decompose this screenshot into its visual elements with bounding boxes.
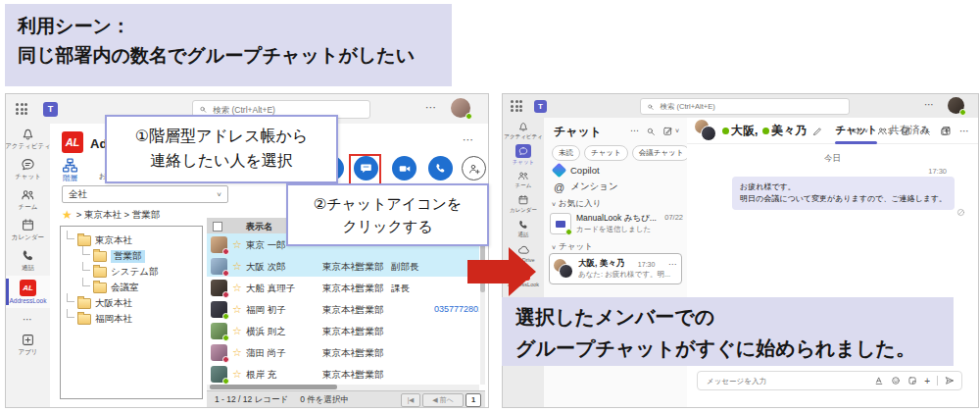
- favorite-star-icon[interactable]: ☆: [232, 303, 242, 316]
- conversation-name2: 美々乃: [771, 123, 807, 139]
- select-all-checkbox[interactable]: [213, 222, 222, 232]
- search-box[interactable]: [640, 98, 850, 115]
- sticker-icon[interactable]: [907, 376, 917, 386]
- search-icon[interactable]: [646, 127, 656, 136]
- column-header-name[interactable]: 表示名: [246, 221, 272, 233]
- favorites-section-header[interactable]: ˅ お気に入り: [552, 198, 601, 210]
- favorite-star-icon[interactable]: ☆: [232, 260, 242, 273]
- attach-plus-icon[interactable]: +: [924, 376, 930, 386]
- rail-item-calendar[interactable]: カレンダー: [503, 191, 544, 216]
- conversation-more-icon[interactable]: ⋯: [959, 126, 970, 136]
- rail-item-teams[interactable]: チーム: [6, 184, 50, 215]
- person-phone[interactable]: 0357772801: [434, 304, 479, 314]
- search-input[interactable]: [211, 104, 364, 116]
- prev-page-button[interactable]: ◀前へ: [422, 393, 464, 407]
- rail-item-calls[interactable]: 通話: [6, 245, 50, 276]
- tree-item-fukuoka-hq[interactable]: 福岡本社: [67, 311, 202, 327]
- composer-input[interactable]: [705, 376, 874, 386]
- rail-item-chat[interactable]: チャット: [503, 142, 544, 167]
- rail-label: 通話: [22, 264, 34, 273]
- rename-pencil-icon[interactable]: [812, 126, 823, 136]
- waffle-icon[interactable]: [16, 103, 27, 115]
- video-call-button[interactable]: [392, 156, 416, 180]
- message-composer[interactable]: +: [697, 371, 962, 390]
- send-icon[interactable]: [945, 376, 955, 386]
- rail-item-activity[interactable]: アクティビティ: [6, 124, 50, 154]
- table-row-osaka-jiro[interactable]: ☆ 大阪 次郎 東京本社 営業部 副部長: [207, 255, 479, 278]
- voice-call-button[interactable]: [428, 156, 453, 180]
- sent-indicator-icon: [956, 208, 965, 217]
- rail-label: アクティビティ: [5, 142, 51, 151]
- chat-list-more-icon[interactable]: ⋯: [630, 126, 640, 135]
- chats-section-header[interactable]: ˅ チャット: [552, 241, 593, 253]
- chat-preview: カードを送信しました: [576, 225, 683, 234]
- new-chat-button[interactable]: ˅: [662, 126, 679, 136]
- favorite-star-icon[interactable]: ☆: [232, 346, 242, 359]
- chevron-down-icon: ˅: [675, 128, 679, 134]
- app-more-icon[interactable]: ⋯: [463, 133, 474, 146]
- bell-icon: [517, 121, 529, 132]
- rail-item-chat[interactable]: チャット: [6, 154, 50, 184]
- chat-item-group-selected[interactable]: 大阪, 美々乃17:30⋯ あなた: お疲れ様です。明...: [549, 253, 682, 284]
- table-row-negishi-mitsuru[interactable]: ☆ 根岸 充 東京本社 営業部: [207, 363, 479, 386]
- table-row-fukuoka-hatsuko[interactable]: ☆ 福岡 初子 東京本社 営業部 0357772801: [207, 298, 479, 321]
- group-avatar[interactable]: [695, 120, 716, 141]
- tree-label: システム部: [111, 266, 158, 279]
- rail-item-teams[interactable]: チーム: [503, 167, 544, 191]
- rail-item-calls[interactable]: 通話: [503, 216, 544, 240]
- participants-button[interactable]: 3: [877, 126, 892, 136]
- emoji-icon[interactable]: [891, 376, 901, 386]
- favorite-star-icon[interactable]: ☆: [232, 368, 242, 381]
- hierarchy-icon: [62, 157, 78, 174]
- folder-icon: [93, 267, 107, 278]
- user-avatar[interactable]: [451, 98, 470, 118]
- person-dept: 営業部: [356, 261, 384, 274]
- topbar-more-icon[interactable]: ⋯: [425, 101, 437, 114]
- rail-item-activity[interactable]: アクティビティ: [503, 118, 544, 142]
- topbar-more-icon[interactable]: ⋯: [924, 99, 935, 110]
- rail-item-apps[interactable]: アプリ: [6, 330, 50, 360]
- mention-item[interactable]: @ メンション: [554, 180, 618, 193]
- person-name: 福岡 初子: [246, 304, 286, 317]
- rail-item-addresslook[interactable]: AL AddressLook: [6, 276, 50, 308]
- scope-dropdown[interactable]: 全社 ˅: [62, 185, 228, 203]
- chat-preview: あなた: お疲れ様です。明...: [578, 270, 677, 280]
- filter-unread[interactable]: 未読: [552, 145, 580, 161]
- chat-more-icon[interactable]: ⋯: [668, 260, 677, 269]
- person-dept: 営業部: [356, 326, 384, 338]
- favorite-star-icon[interactable]: ☆: [232, 282, 242, 294]
- rail-item-calendar[interactable]: カレンダー: [6, 215, 50, 245]
- addresslook-logo-icon: AL: [62, 131, 83, 153]
- table-row-ofuna-mariko[interactable]: ☆ 大船 真理子 東京本社 営業部 課長: [207, 277, 479, 299]
- hierarchy-button[interactable]: 階層: [62, 157, 78, 183]
- copilot-icon: [552, 163, 567, 179]
- format-icon[interactable]: [874, 376, 884, 386]
- tree-connector: [67, 309, 74, 318]
- add-person-button[interactable]: [462, 156, 486, 180]
- table-row-kamata-naoko[interactable]: ☆ 蒲田 尚子 東京本社 営業部: [207, 341, 479, 364]
- callout-step2-line2: クリックする: [342, 215, 432, 237]
- rail-item-more[interactable]: ⋯: [6, 308, 50, 330]
- first-page-button[interactable]: |◀: [401, 393, 420, 407]
- filter-meeting[interactable]: 会議チャット: [632, 145, 691, 161]
- audio-call-button[interactable]: ˅: [853, 126, 868, 136]
- star-icon: ★: [62, 208, 73, 222]
- search-chat-button[interactable]: [920, 126, 931, 136]
- page-number-button[interactable]: 1: [466, 393, 481, 407]
- favorite-star-icon[interactable]: ☆: [232, 325, 242, 337]
- favorite-star-icon[interactable]: ☆: [232, 238, 242, 251]
- notes-button[interactable]: [901, 126, 911, 136]
- table-row-yokohama-noriyuki[interactable]: ☆ 横浜 則之 東京本社 営業部: [207, 320, 479, 342]
- user-avatar[interactable]: [948, 97, 964, 114]
- copilot-item[interactable]: Copilot: [554, 165, 600, 176]
- new-topbar: T ⋯: [503, 94, 978, 119]
- tree-item-meeting-room[interactable]: 会議室: [67, 280, 202, 295]
- search-input[interactable]: [658, 101, 843, 112]
- scrollbar-thumb[interactable]: [210, 385, 337, 389]
- filter-chat[interactable]: チャット: [584, 145, 628, 161]
- chat-item-manuallook[interactable]: ManualLook みちび...07/22 カードを送信しました: [550, 210, 683, 237]
- popout-button[interactable]: [940, 126, 951, 136]
- tree-item-osaka-hq[interactable]: 大阪本社: [67, 295, 202, 311]
- waffle-icon[interactable]: [511, 100, 522, 112]
- result-line1: 選択したメンバーでの: [515, 301, 954, 333]
